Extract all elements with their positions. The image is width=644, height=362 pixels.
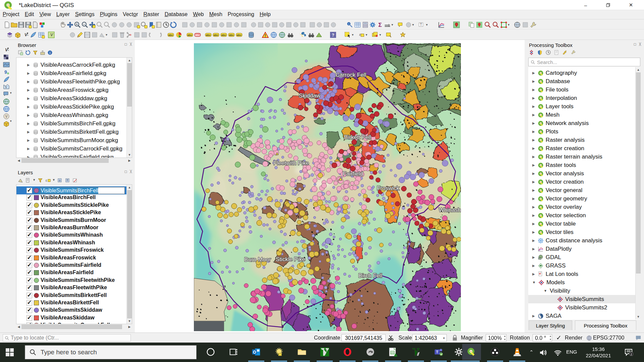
svg-text:V: V (5, 85, 7, 89)
svg-text:ε: ε (359, 33, 361, 37)
svg-text:GDAL: GDAL (538, 257, 542, 259)
svg-text:Burn Moor: Burn Moor (244, 256, 271, 263)
svg-text:9: 9 (4, 69, 7, 75)
svg-text:ε: ε (46, 179, 47, 182)
svg-text:i: i (348, 22, 349, 25)
svg-text:abc: abc (168, 34, 173, 37)
svg-text:Birkett Fell: Birkett Fell (344, 134, 371, 140)
svg-text:Fleetwith Pike: Fleetwith Pike (273, 160, 309, 166)
svg-text:Birch Fell: Birch Fell (359, 273, 382, 279)
svg-text:abc: abc (206, 34, 211, 37)
svg-text:T: T (436, 350, 438, 354)
svg-text:abc: abc (195, 34, 200, 37)
svg-text:O: O (253, 350, 256, 355)
svg-text:Whinash: Whinash (439, 207, 461, 213)
svg-text:abc: abc (237, 34, 241, 37)
svg-text:abc: abc (221, 34, 226, 37)
svg-text:abc: abc (214, 34, 218, 37)
svg-text:V: V (5, 115, 8, 118)
svg-text:+: + (76, 22, 78, 26)
svg-text:T: T (420, 23, 422, 26)
svg-text:Fairfield: Fairfield (343, 171, 363, 177)
svg-text:abc: abc (229, 34, 234, 37)
svg-text:abc: abc (187, 34, 192, 37)
svg-text:i: i (50, 51, 51, 55)
svg-text:?: ? (332, 33, 334, 38)
svg-text:−: − (83, 22, 85, 26)
svg-text:Carrock Fell: Carrock Fell (335, 72, 366, 78)
svg-text:Stickle Pike: Stickle Pike (276, 256, 305, 262)
svg-text:Σ: Σ (378, 22, 382, 28)
svg-text:Skiddaw: Skiddaw (299, 93, 321, 99)
svg-text:Froswick: Froswick (377, 185, 399, 191)
svg-text:2: 2 (630, 353, 632, 356)
svg-text:V: V (50, 33, 53, 37)
